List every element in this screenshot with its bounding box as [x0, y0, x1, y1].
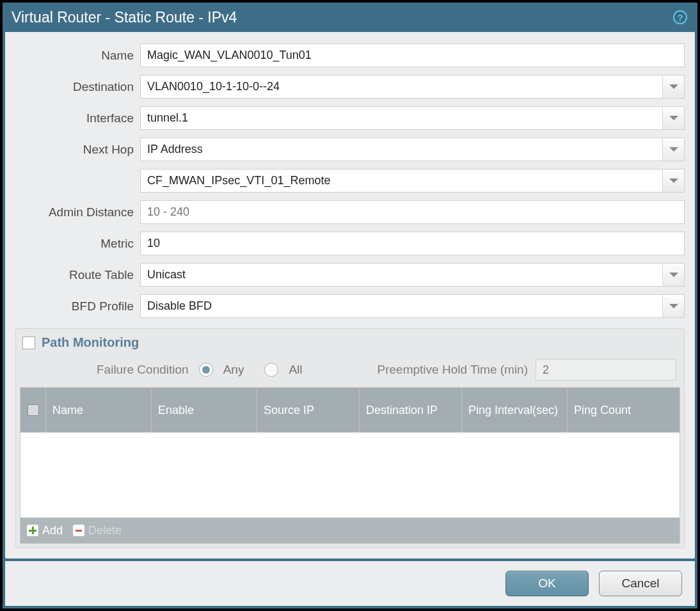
- chevron-down-icon: [669, 304, 678, 308]
- bfd-profile-select[interactable]: Disable BFD: [140, 294, 685, 318]
- table-header-checkbox[interactable]: [20, 388, 46, 432]
- destination-value: VLAN0010_10-1-10-0--24: [147, 80, 662, 93]
- metric-input[interactable]: [140, 232, 685, 255]
- label-route-table: Route Table: [15, 268, 140, 282]
- help-icon[interactable]: ?: [673, 10, 687, 24]
- form-body: Name Destination VLAN0010_10-1-10-0--24 …: [5, 32, 695, 559]
- label-admin-distance: Admin Distance: [15, 205, 140, 219]
- name-input[interactable]: [140, 44, 685, 67]
- add-icon: [27, 525, 38, 536]
- metric-value[interactable]: [147, 232, 678, 255]
- label-interface: Interface: [15, 111, 140, 125]
- nexthop-type-value: IP Address: [147, 143, 662, 156]
- ok-button[interactable]: OK: [505, 571, 589, 596]
- path-monitoring-title: Path Monitoring: [42, 335, 139, 350]
- delete-button[interactable]: Delete: [73, 524, 122, 537]
- table-footer: Add Delete: [20, 518, 680, 543]
- delete-button-label: Delete: [88, 524, 122, 537]
- interface-select[interactable]: tunnel.1: [140, 106, 685, 130]
- delete-icon: [73, 525, 84, 536]
- route-table-value: Unicast: [147, 268, 662, 282]
- monitor-table: Name Enable Source IP Destination IP Pin…: [20, 387, 680, 544]
- checkbox-icon: [28, 404, 39, 416]
- dialog-window: Virtual Router - Static Route - IPv4 ? N…: [3, 3, 697, 608]
- label-metric: Metric: [15, 237, 140, 251]
- chevron-down-icon: [669, 179, 678, 183]
- route-table-dropdown-trigger[interactable]: [662, 264, 684, 286]
- nexthop-value-select[interactable]: CF_MWAN_IPsec_VTI_01_Remote: [140, 169, 685, 193]
- path-monitoring-checkbox[interactable]: [22, 337, 35, 349]
- failure-condition-any-radio[interactable]: [199, 363, 213, 377]
- route-table-select[interactable]: Unicast: [140, 263, 685, 287]
- table-body-empty: [20, 432, 680, 518]
- failure-condition-any-label: Any: [223, 363, 244, 377]
- dialog-footer: OK Cancel: [5, 561, 695, 606]
- label-name: Name: [15, 49, 140, 63]
- table-header-row: Name Enable Source IP Destination IP Pin…: [20, 388, 680, 432]
- col-source-ip[interactable]: Source IP: [257, 388, 360, 432]
- interface-dropdown-trigger[interactable]: [662, 107, 684, 129]
- bfd-profile-value: Disable BFD: [147, 299, 662, 313]
- bfd-profile-dropdown-trigger[interactable]: [662, 295, 684, 317]
- chevron-down-icon: [669, 147, 678, 152]
- col-destination-ip[interactable]: Destination IP: [360, 388, 462, 432]
- name-input-value[interactable]: [147, 44, 678, 67]
- chevron-down-icon: [669, 116, 678, 120]
- failure-condition-label: Failure Condition: [97, 363, 189, 377]
- nexthop-type-dropdown-trigger[interactable]: [662, 138, 684, 161]
- label-destination: Destination: [15, 80, 140, 94]
- cancel-button[interactable]: Cancel: [599, 571, 682, 596]
- add-button[interactable]: Add: [27, 524, 63, 537]
- col-name[interactable]: Name: [46, 388, 152, 432]
- admin-distance-input[interactable]: [140, 200, 685, 224]
- hold-time-label: Preemptive Hold Time (min): [378, 363, 528, 377]
- label-nexthop: Next Hop: [15, 143, 140, 157]
- admin-distance-value[interactable]: [147, 201, 678, 223]
- failure-condition-all-label: All: [289, 363, 302, 377]
- path-monitoring-section: Path Monitoring Failure Condition Any Al…: [15, 328, 685, 548]
- chevron-down-icon: [669, 273, 678, 277]
- nexthop-value-dropdown-trigger[interactable]: [662, 170, 684, 192]
- interface-value: tunnel.1: [147, 111, 662, 125]
- nexthop-type-select[interactable]: IP Address: [140, 138, 685, 161]
- chevron-down-icon: [669, 84, 678, 89]
- col-ping-interval[interactable]: Ping Interval(sec): [462, 388, 568, 432]
- cancel-button-label: Cancel: [621, 576, 659, 591]
- window-title: Virtual Router - Static Route - IPv4: [12, 9, 237, 26]
- col-enable[interactable]: Enable: [152, 388, 257, 432]
- col-ping-count[interactable]: Ping Count: [568, 388, 680, 432]
- label-bfd-profile: BFD Profile: [15, 299, 140, 313]
- radio-dot-icon: [202, 366, 210, 374]
- add-button-label: Add: [42, 524, 63, 537]
- hold-time-input[interactable]: [536, 359, 676, 381]
- destination-select[interactable]: VLAN0010_10-1-10-0--24: [140, 75, 685, 99]
- ok-button-label: OK: [538, 576, 555, 591]
- titlebar: Virtual Router - Static Route - IPv4 ?: [3, 3, 697, 32]
- destination-dropdown-trigger[interactable]: [662, 75, 684, 98]
- failure-condition-all-radio[interactable]: [264, 363, 278, 377]
- nexthop-value: CF_MWAN_IPsec_VTI_01_Remote: [147, 174, 662, 187]
